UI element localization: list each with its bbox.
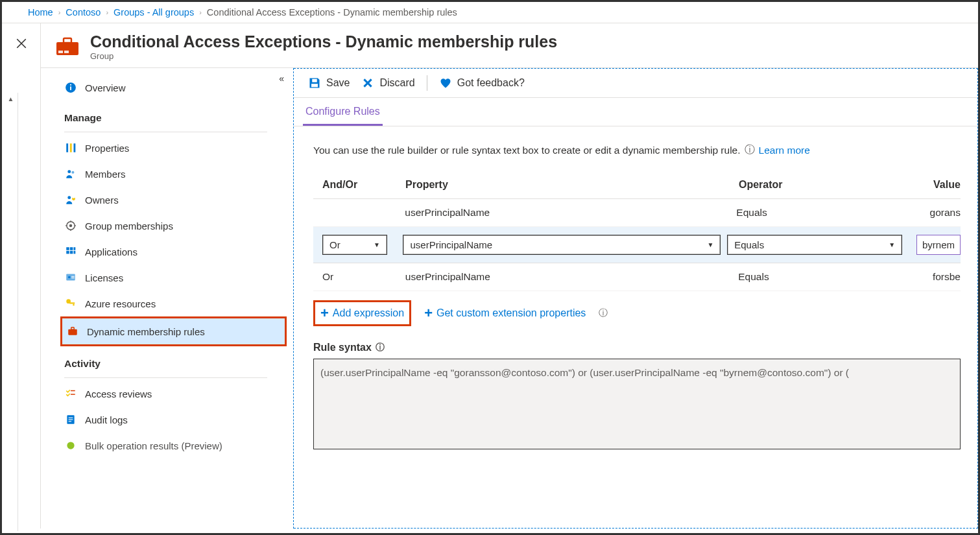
rule-builder-table: And/Or Property Operator Value userPrinc… xyxy=(313,179,961,291)
divider xyxy=(64,132,267,132)
plus-icon: + xyxy=(320,309,329,318)
svg-rect-32 xyxy=(68,329,77,335)
rule-syntax-label: Rule syntax ⓘ xyxy=(313,342,961,353)
feedback-button[interactable]: Got feedback? xyxy=(439,77,525,89)
apps-icon xyxy=(64,245,77,258)
save-icon xyxy=(308,77,321,89)
scroll-up-icon[interactable]: ▲ xyxy=(4,93,18,105)
owners-icon xyxy=(64,193,77,206)
svg-rect-27 xyxy=(71,276,75,277)
sidebar-item-properties[interactable]: Properties xyxy=(60,135,287,161)
sidebar-item-azure-resources[interactable]: Azure resources xyxy=(60,291,287,316)
breadcrumb: Home › Contoso › Groups - All groups › C… xyxy=(2,2,978,23)
col-header-property: Property xyxy=(405,179,739,191)
sidebar-item-label: Group memberships xyxy=(85,220,173,232)
heart-icon xyxy=(439,77,452,89)
info-icon[interactable]: ⓘ xyxy=(376,342,385,353)
svg-rect-24 xyxy=(74,251,76,254)
svg-point-11 xyxy=(71,171,74,174)
tab-configure-rules[interactable]: Configure Rules xyxy=(303,98,383,126)
svg-point-12 xyxy=(67,196,71,199)
operator-select[interactable]: Equals▼ xyxy=(727,235,902,255)
discard-button[interactable]: Discard xyxy=(361,77,414,89)
sidebar-item-members[interactable]: Members xyxy=(60,161,287,187)
tabs: Configure Rules xyxy=(294,98,977,126)
sidebar-item-audit-logs[interactable]: Audit logs xyxy=(60,407,287,433)
property-select[interactable]: userPrincipalName▼ xyxy=(403,235,721,255)
svg-rect-31 xyxy=(73,304,74,306)
checklist-icon xyxy=(64,387,77,400)
bulk-icon xyxy=(64,439,77,452)
intro-text: You can use the rule builder or rule syn… xyxy=(313,143,961,157)
page-subtitle: Group xyxy=(90,51,557,61)
svg-point-10 xyxy=(67,170,71,173)
sidebar-item-applications[interactable]: Applications xyxy=(60,239,287,265)
sidebar-item-label: Licenses xyxy=(85,272,123,283)
gear-icon xyxy=(64,219,77,232)
close-icon[interactable] xyxy=(16,38,27,51)
get-custom-properties-button[interactable]: + Get custom extension properties xyxy=(419,302,591,324)
rule-row[interactable]: userPrincipalName Equals gorans xyxy=(313,199,961,227)
col-header-operator: Operator xyxy=(739,179,933,191)
rule-syntax-textbox[interactable]: (user.userPrincipalName -eq "goransson@c… xyxy=(313,359,961,449)
svg-rect-38 xyxy=(69,419,73,420)
sidebar-item-label: Overview xyxy=(85,82,126,93)
svg-rect-22 xyxy=(66,251,69,254)
svg-rect-9 xyxy=(74,143,76,152)
cell-property: userPrincipalName xyxy=(405,271,738,283)
sidebar-item-label: Dynamic membership rules xyxy=(87,326,205,337)
sidebar-item-access-reviews[interactable]: Access reviews xyxy=(60,381,287,407)
info-icon[interactable]: ⓘ xyxy=(599,307,608,319)
save-button[interactable]: Save xyxy=(308,77,350,89)
info-icon xyxy=(64,81,77,94)
sidebar-item-bulk-operations[interactable]: Bulk operation results (Preview) xyxy=(60,433,287,458)
sidebar-item-group-memberships[interactable]: Group memberships xyxy=(60,213,287,239)
rule-row[interactable]: Or userPrincipalName Equals forsbe xyxy=(313,263,961,291)
sliders-icon xyxy=(64,141,77,154)
svg-rect-42 xyxy=(312,79,317,82)
rule-row-active[interactable]: Or▼ userPrincipalName▼ xyxy=(313,227,961,263)
cell-andor: Or xyxy=(322,271,405,283)
breadcrumb-groups[interactable]: Groups - All groups xyxy=(114,7,194,18)
breadcrumb-contoso[interactable]: Contoso xyxy=(66,7,101,18)
cell-property: userPrincipalName xyxy=(405,207,736,219)
x-icon xyxy=(361,77,374,89)
sidebar-item-label: Applications xyxy=(85,246,137,257)
button-label: Discard xyxy=(379,77,414,89)
breadcrumb-home[interactable]: Home xyxy=(28,7,53,18)
svg-rect-23 xyxy=(70,251,73,254)
sidebar-item-dynamic-rules[interactable]: Dynamic membership rules xyxy=(60,316,287,346)
cell-operator: Equals xyxy=(738,271,933,283)
button-label: Got feedback? xyxy=(457,77,525,89)
svg-rect-7 xyxy=(66,143,68,152)
svg-rect-19 xyxy=(66,247,69,250)
chevron-down-icon: ▼ xyxy=(889,241,895,248)
svg-rect-28 xyxy=(71,278,75,278)
chevron-right-icon: › xyxy=(58,8,61,16)
value-input[interactable]: byrnem xyxy=(916,235,961,255)
svg-rect-30 xyxy=(69,302,75,303)
add-expression-button[interactable]: + Add expression xyxy=(313,300,411,326)
scrollbar[interactable]: ▲ xyxy=(4,93,18,531)
svg-rect-21 xyxy=(74,247,76,250)
cell-value: gorans xyxy=(930,207,961,219)
separator xyxy=(427,75,427,91)
sidebar-item-owners[interactable]: Owners xyxy=(60,187,287,213)
sidebar-item-label: Properties xyxy=(85,143,129,154)
key-icon xyxy=(64,297,77,310)
svg-rect-37 xyxy=(69,418,73,418)
sidebar-item-label: Audit logs xyxy=(85,414,128,425)
learn-more-link[interactable]: Learn more xyxy=(759,145,810,156)
svg-rect-39 xyxy=(69,421,72,422)
sidebar-item-label: Access reviews xyxy=(85,388,152,399)
chevron-down-icon: ▼ xyxy=(374,241,380,248)
cell-value: forsbe xyxy=(933,271,961,283)
sidebar-item-overview[interactable]: Overview xyxy=(60,75,287,101)
andor-select[interactable]: Or▼ xyxy=(322,235,387,255)
sidebar-item-licenses[interactable]: Licenses xyxy=(60,265,287,291)
collapse-sidebar-icon[interactable]: « xyxy=(279,73,284,84)
chevron-right-icon: › xyxy=(106,8,108,16)
breadcrumb-current: Conditional Access Exceptions - Dynamic … xyxy=(207,7,457,18)
col-header-andor: And/Or xyxy=(322,179,405,191)
info-icon[interactable]: ⓘ xyxy=(745,143,755,157)
